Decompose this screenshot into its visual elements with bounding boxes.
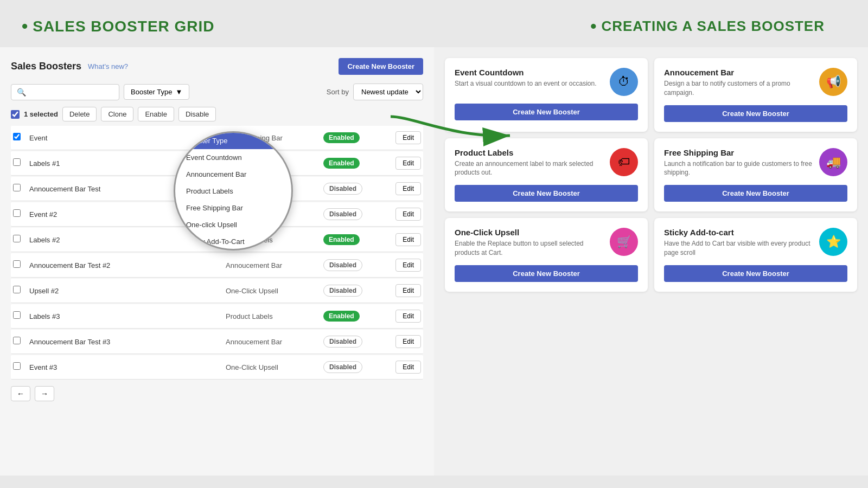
booster-card-desc: Launch a notification bar to guide custo… bbox=[664, 159, 813, 178]
edit-btn[interactable]: Edit bbox=[395, 182, 421, 195]
delete-btn[interactable]: Delete bbox=[62, 107, 97, 121]
status-badge: Disabled bbox=[323, 183, 362, 195]
booster-card-header: Event Countdown Start a visual countdown… bbox=[455, 68, 638, 96]
edit-btn[interactable]: Edit bbox=[395, 208, 421, 221]
edit-btn[interactable]: Edit bbox=[395, 233, 421, 246]
status-badge: Enabled bbox=[323, 158, 360, 169]
status-badge: Disabled bbox=[323, 361, 362, 373]
booster-card-desc: Start a visual countdown to an event or … bbox=[455, 79, 603, 88]
row-status: Disabled bbox=[323, 361, 378, 373]
lens-container: Booster TypeEvent CountdownAnnouncement … bbox=[174, 131, 293, 251]
row-checkbox[interactable] bbox=[13, 337, 29, 346]
selected-count-label: 1 selected bbox=[24, 110, 58, 118]
edit-btn[interactable]: Edit bbox=[395, 157, 421, 170]
row-actions: Edit bbox=[378, 182, 421, 195]
disable-btn[interactable]: Disable bbox=[178, 107, 216, 121]
pagination: ← → bbox=[11, 386, 423, 401]
edit-btn[interactable]: Edit bbox=[395, 335, 421, 348]
booster-card-title: Event Countdown bbox=[455, 68, 603, 77]
table-row: Event #3 One-Click Upsell Disabled Edit bbox=[11, 355, 423, 380]
row-actions: Edit bbox=[378, 259, 421, 272]
row-status: Enabled bbox=[323, 132, 378, 143]
booster-icon: ⭐ bbox=[819, 228, 847, 256]
booster-card-title: Free Shipping Bar bbox=[664, 148, 813, 157]
edit-btn[interactable]: Edit bbox=[395, 131, 421, 144]
status-badge: Enabled bbox=[323, 234, 360, 245]
row-status: Enabled bbox=[323, 158, 378, 169]
row-type: Product Labels bbox=[226, 312, 323, 320]
lens-dropdown-item[interactable]: Event Countdown bbox=[175, 149, 291, 166]
search-input[interactable] bbox=[29, 88, 113, 96]
booster-card: One-Click Upsell Enable the Replace butt… bbox=[445, 218, 648, 292]
edit-btn[interactable]: Edit bbox=[395, 259, 421, 272]
row-actions: Edit bbox=[378, 233, 421, 246]
row-checkbox[interactable] bbox=[13, 209, 29, 219]
booster-icon: 🛒 bbox=[610, 228, 638, 256]
card-create-btn[interactable]: Create New Booster bbox=[664, 105, 847, 122]
booster-icon: 📢 bbox=[819, 68, 847, 96]
booster-card-info: Event Countdown Start a visual countdown… bbox=[455, 68, 603, 88]
row-checkbox[interactable] bbox=[13, 311, 29, 321]
lens-dropdown-item[interactable]: One-click Upsell bbox=[175, 216, 291, 233]
row-checkbox[interactable] bbox=[13, 235, 29, 245]
booster-card-desc: Have the Add to Cart bar visible with ev… bbox=[664, 239, 813, 258]
row-type: One-Click Upsell bbox=[226, 363, 323, 371]
card-create-btn[interactable]: Create New Booster bbox=[455, 265, 638, 282]
row-name: Event #3 bbox=[29, 363, 226, 371]
whats-new-link[interactable]: What's new? bbox=[88, 62, 128, 70]
panel-title: Sales Boosters bbox=[11, 61, 81, 72]
booster-card-info: Free Shipping Bar Launch a notification … bbox=[664, 148, 813, 178]
booster-card-info: Annoucement Bar Design a bar to notify c… bbox=[664, 68, 813, 98]
lens-dropdown-item[interactable]: Sticky Add-To-Cart bbox=[175, 233, 291, 250]
row-checkbox[interactable] bbox=[13, 184, 29, 194]
card-create-btn[interactable]: Create New Booster bbox=[664, 265, 847, 282]
left-panel: Sales Boosters What's new? Create New Bo… bbox=[0, 47, 434, 476]
edit-btn[interactable]: Edit bbox=[395, 361, 421, 374]
table-row: Annoucement Bar Test #2 Annoucement Bar … bbox=[11, 253, 423, 278]
sort-select[interactable]: Newest update bbox=[353, 84, 423, 100]
actions-bar: 1 selected Delete Clone Enable Disable bbox=[11, 107, 423, 121]
lens-dropdown-item[interactable]: Announcement Bar bbox=[175, 166, 291, 183]
create-new-booster-btn[interactable]: Create New Booster bbox=[339, 58, 423, 75]
booster-icon: ⏱ bbox=[610, 68, 638, 96]
select-all-checkbox[interactable] bbox=[11, 110, 20, 119]
card-create-btn[interactable]: Create New Booster bbox=[455, 185, 638, 202]
booster-card-info: Sticky Add-to-cart Have the Add to Cart … bbox=[664, 228, 813, 258]
next-page-btn[interactable]: → bbox=[35, 386, 54, 401]
lens-dropdown-item[interactable]: Booster Type bbox=[175, 132, 291, 149]
row-actions: Edit bbox=[378, 284, 421, 297]
right-main-title: CREATING A SALES BOOSTER bbox=[590, 16, 825, 36]
lens-dropdown-item[interactable]: Free Shipping Bar bbox=[175, 200, 291, 216]
enable-btn[interactable]: Enable bbox=[138, 107, 174, 121]
booster-card-title: Product Labels bbox=[455, 148, 603, 157]
sort-label: Sort by bbox=[327, 88, 349, 96]
booster-card-title: Annoucement Bar bbox=[664, 68, 813, 77]
row-actions: Edit bbox=[378, 131, 421, 144]
booster-card-title: One-Click Upsell bbox=[455, 228, 603, 237]
card-create-btn[interactable]: Create New Booster bbox=[664, 185, 847, 202]
row-status: Disabled bbox=[323, 259, 378, 271]
prev-page-btn[interactable]: ← bbox=[11, 386, 30, 401]
status-badge: Disabled bbox=[323, 259, 362, 271]
booster-card: Sticky Add-to-cart Have the Add to Cart … bbox=[654, 218, 857, 292]
edit-btn[interactable]: Edit bbox=[395, 284, 421, 297]
booster-card-desc: Design a bar to notify customers of a pr… bbox=[664, 79, 813, 98]
row-actions: Edit bbox=[378, 310, 421, 323]
booster-card: Free Shipping Bar Launch a notification … bbox=[654, 138, 857, 212]
card-create-btn[interactable]: Create New Booster bbox=[455, 104, 638, 120]
edit-btn[interactable]: Edit bbox=[395, 310, 421, 323]
row-checkbox[interactable] bbox=[13, 133, 29, 143]
lens-dropdown-item[interactable]: Product Labels bbox=[175, 183, 291, 200]
row-checkbox[interactable] bbox=[13, 286, 29, 296]
row-name: Upsell #2 bbox=[29, 287, 226, 295]
booster-type-filter-btn[interactable]: Booster Type ▼ bbox=[124, 84, 189, 100]
booster-card-header: Product Labels Create an announcement la… bbox=[455, 148, 638, 178]
clone-btn[interactable]: Clone bbox=[101, 107, 133, 121]
booster-card: Product Labels Create an announcement la… bbox=[445, 138, 648, 212]
row-checkbox[interactable] bbox=[13, 260, 29, 270]
row-checkbox[interactable] bbox=[13, 158, 29, 168]
booster-card-header: Free Shipping Bar Launch a notification … bbox=[664, 148, 847, 178]
row-checkbox[interactable] bbox=[13, 362, 29, 372]
booster-card-title: Sticky Add-to-cart bbox=[664, 228, 813, 237]
booster-card-desc: Enable the Replace button to upsell sele… bbox=[455, 239, 603, 258]
